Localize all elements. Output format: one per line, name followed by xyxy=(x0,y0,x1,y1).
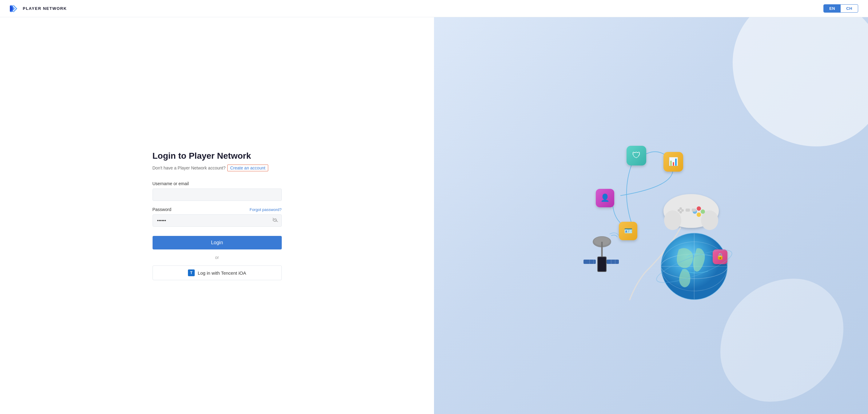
or-divider: or xyxy=(153,255,282,260)
create-account-link[interactable]: Create an account xyxy=(227,164,268,171)
lang-en-button[interactable]: EN xyxy=(824,5,841,12)
create-account-row: Don't have a Player Network account? Cre… xyxy=(153,164,282,171)
svg-point-15 xyxy=(679,207,682,210)
main-content: Login to Player Network Don't have a Pla… xyxy=(0,17,868,414)
login-panel: Login to Player Network Don't have a Pla… xyxy=(0,17,434,414)
login-button[interactable]: Login xyxy=(153,236,282,250)
username-label: Username or email xyxy=(153,181,282,186)
toggle-password-icon[interactable] xyxy=(273,218,278,223)
svg-rect-22 xyxy=(692,209,696,212)
globe: 🔒 xyxy=(653,233,735,299)
node-person: 👤 xyxy=(596,189,614,207)
svg-rect-36 xyxy=(598,257,606,271)
svg-point-17 xyxy=(697,206,701,211)
illustration-panel: 🛡 📊 👤 🪪 xyxy=(434,17,868,414)
no-account-text: Don't have a Player Network account? xyxy=(153,165,226,170)
svg-rect-21 xyxy=(686,209,690,212)
logo-area: PLAYER NETWORK xyxy=(10,4,67,13)
password-label-row: Password Forgot password? xyxy=(153,207,282,212)
svg-rect-38 xyxy=(607,260,619,264)
node-shield: 🛡 xyxy=(626,146,646,165)
node-chart: 📊 xyxy=(663,152,683,171)
username-group: Username or email xyxy=(153,181,282,201)
username-input-wrapper xyxy=(153,189,282,201)
svg-point-13 xyxy=(678,209,680,212)
node-card: 🪪 xyxy=(619,222,637,240)
password-input-wrapper xyxy=(153,214,282,227)
svg-point-11 xyxy=(664,211,681,230)
username-input[interactable] xyxy=(153,189,282,201)
svg-text:👤: 👤 xyxy=(600,193,610,202)
svg-text:🪪: 🪪 xyxy=(624,227,632,235)
password-group: Password Forgot password? xyxy=(153,207,282,227)
svg-text:📊: 📊 xyxy=(669,157,679,166)
tencent-logo-icon: T xyxy=(188,269,195,276)
logo-text: PLAYER NETWORK xyxy=(23,6,67,11)
login-title: Login to Player Network xyxy=(153,151,282,161)
svg-text:🔒: 🔒 xyxy=(716,253,724,260)
login-form-container: Login to Player Network Don't have a Pla… xyxy=(153,151,282,280)
tencent-button-label: Log in with Tencent iOA xyxy=(198,270,246,276)
blob-decoration-1 xyxy=(733,17,868,147)
svg-point-18 xyxy=(701,210,705,214)
svg-text:🛡: 🛡 xyxy=(632,150,641,160)
satellite xyxy=(584,233,619,272)
svg-point-16 xyxy=(679,211,682,214)
forgot-password-link[interactable]: Forgot password? xyxy=(249,207,281,212)
illustration-svg: 🛡 📊 👤 🪪 xyxy=(559,131,743,300)
svg-point-20 xyxy=(697,213,701,217)
app-header: PLAYER NETWORK EN CH xyxy=(0,0,868,17)
tencent-login-button[interactable]: T Log in with Tencent iOA xyxy=(153,265,282,280)
logo-icon xyxy=(10,4,20,13)
language-switcher: EN CH xyxy=(824,4,858,12)
password-input[interactable] xyxy=(153,214,282,227)
lang-ch-button[interactable]: CH xyxy=(841,5,858,12)
svg-point-14 xyxy=(681,209,684,212)
